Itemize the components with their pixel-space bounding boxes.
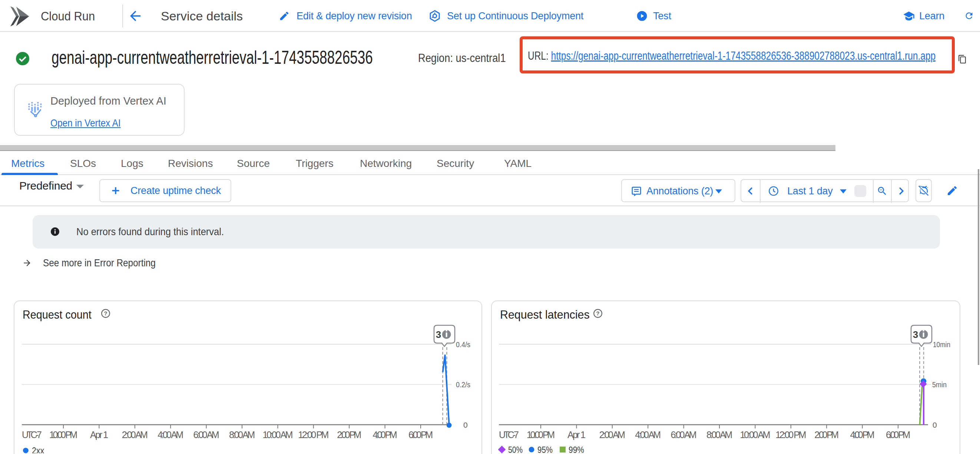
- svg-text:Apr 1: Apr 1: [568, 430, 585, 440]
- svg-text:2:00 AM: 2:00 AM: [122, 430, 148, 440]
- svg-text:UTC-7: UTC-7: [499, 430, 519, 440]
- svg-text:10:00 AM: 10:00 AM: [740, 430, 770, 440]
- svg-text:4:00 AM: 4:00 AM: [635, 430, 661, 440]
- svg-text:10:00 PM: 10:00 PM: [49, 430, 78, 440]
- svg-text:Apr 1: Apr 1: [90, 430, 108, 440]
- svg-text:2:00 PM: 2:00 PM: [337, 430, 361, 440]
- svg-text:3: 3: [913, 329, 918, 340]
- svg-text:0.4/s: 0.4/s: [456, 340, 470, 349]
- svg-text:6:00 PM: 6:00 PM: [886, 430, 910, 440]
- svg-text:4:00 PM: 4:00 PM: [850, 430, 875, 440]
- svg-text:2xx: 2xx: [32, 446, 44, 453]
- svg-text:0.2/s: 0.2/s: [456, 380, 470, 389]
- svg-text:10:00 PM: 10:00 PM: [527, 430, 555, 440]
- svg-text:8:00 AM: 8:00 AM: [229, 430, 255, 440]
- svg-text:2:00 AM: 2:00 AM: [599, 430, 625, 440]
- svg-text:95%: 95%: [538, 445, 553, 453]
- svg-text:2:00 PM: 2:00 PM: [814, 430, 839, 440]
- svg-text:8:00 AM: 8:00 AM: [706, 430, 732, 440]
- svg-text:0: 0: [932, 421, 937, 429]
- svg-text:12:00 PM: 12:00 PM: [298, 430, 329, 440]
- svg-text:4:00 PM: 4:00 PM: [373, 430, 397, 440]
- svg-text:6:00 AM: 6:00 AM: [194, 430, 220, 440]
- svg-text:12:00 PM: 12:00 PM: [775, 430, 806, 440]
- svg-text:6:00 AM: 6:00 AM: [671, 430, 697, 440]
- svg-text:0: 0: [463, 421, 468, 429]
- svg-text:6:00 PM: 6:00 PM: [409, 430, 433, 440]
- svg-text:10min: 10min: [933, 340, 950, 349]
- svg-text:99%: 99%: [569, 445, 584, 453]
- svg-text:UTC-7: UTC-7: [22, 430, 42, 440]
- svg-text:5min: 5min: [932, 380, 947, 389]
- svg-text:4:00 AM: 4:00 AM: [158, 430, 183, 440]
- svg-text:50%: 50%: [508, 445, 523, 453]
- svg-text:3: 3: [436, 329, 441, 340]
- svg-text:10:00 AM: 10:00 AM: [262, 430, 293, 440]
